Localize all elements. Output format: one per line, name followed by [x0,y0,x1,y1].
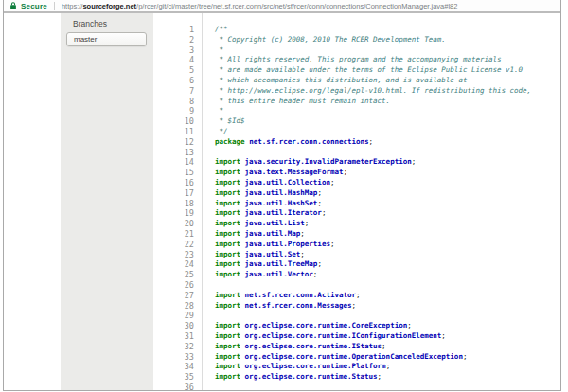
code-text [202,148,215,158]
code-text: import java.util.Collection; [202,178,334,188]
code-text: import java.util.HashSet; [202,199,322,209]
code-line: 8 * this entire header must remain intac… [153,97,560,107]
line-number[interactable]: 13 [153,148,202,158]
code-line: 18import java.util.HashSet; [153,199,560,209]
line-number[interactable]: 35 [153,372,202,383]
code-line: 30import org.eclipse.core.runtime.CoreEx… [153,321,560,331]
code-line: 22import java.util.Properties; [153,240,560,250]
line-number[interactable]: 26 [153,280,202,291]
code-text: import org.eclipse.core.runtime.IConfigu… [202,331,446,342]
browser-window: Secure https://sourceforge.net/p/rcer/gi… [3,0,561,391]
code-line: 31import org.eclipse.core.runtime.IConfi… [153,331,560,342]
line-number[interactable]: 36 [153,383,202,390]
line-number[interactable]: 22 [153,240,202,250]
line-number[interactable]: 24 [153,259,202,270]
line-number[interactable]: 30 [153,321,202,331]
code-line: 16import java.util.Collection; [153,178,560,188]
code-line: 14import java.security.InvalidParameterE… [153,157,560,168]
code-text [202,311,215,321]
page-body: Branches master 1/**2 * Copyright (c) 20… [4,13,560,390]
line-number[interactable]: 14 [153,157,202,168]
line-number[interactable]: 21 [153,229,202,240]
code-text: /** [202,25,228,35]
code-line: 32import org.eclipse.core.runtime.IStatu… [153,342,560,352]
url-text[interactable]: https://sourceforge.net/p/rcer/git/ci/ma… [62,2,458,10]
code-line: 15import java.text.MessageFormat; [153,168,560,178]
branch-button-master[interactable]: master [66,32,147,46]
code-line: 20import java.util.List; [153,219,560,229]
code-line: 26 [153,280,560,291]
line-number[interactable]: 32 [153,342,202,352]
secure-label[interactable]: Secure [21,2,47,10]
line-number[interactable]: 7 [153,86,202,97]
code-text: import org.eclipse.core.runtime.Platform… [202,362,390,372]
code-line: 2 * Copyright (c) 2008, 2010 The RCER De… [153,35,560,45]
line-number[interactable]: 4 [153,55,202,65]
code-line: 29 [153,311,560,321]
code-line: 28import net.sf.rcer.conn.Messages; [153,301,560,312]
code-text: import java.util.Properties; [202,240,334,250]
code-line: 3 * [153,45,560,56]
line-number[interactable]: 18 [153,199,202,209]
line-number[interactable]: 2 [153,35,202,45]
line-number[interactable]: 28 [153,301,202,312]
code-text: import org.eclipse.core.runtime.Status; [202,372,382,383]
code-line: 9 * [153,106,560,116]
line-number[interactable]: 27 [153,291,202,301]
code-line: 35import org.eclipse.core.runtime.Status… [153,372,560,383]
code-line: 24import java.util.TreeMap; [153,259,560,270]
line-number[interactable]: 33 [153,352,202,363]
line-number[interactable]: 10 [153,116,202,127]
code-text: * http://www.eclipse.org/legal/epl-v10.h… [202,86,531,97]
line-number[interactable]: 5 [153,65,202,76]
code-text: * are made available under the terms of … [202,65,523,76]
url-scheme: https:// [62,2,83,10]
line-number[interactable]: 6 [153,76,202,86]
code-text: * $Id$ [202,116,245,127]
code-text: * Copyright (c) 2008, 2010 The RCER Deve… [202,35,446,45]
line-number[interactable]: 1 [153,25,202,35]
code-text: import java.util.HashMap; [202,188,322,199]
line-number[interactable]: 23 [153,250,202,260]
code-text: import org.eclipse.core.runtime.IStatus; [202,342,386,352]
code-viewer: 1/**2 * Copyright (c) 2008, 2010 The RCE… [153,13,560,390]
line-number[interactable]: 9 [153,106,202,116]
line-number[interactable]: 20 [153,219,202,229]
line-number[interactable]: 17 [153,188,202,199]
line-number[interactable]: 31 [153,331,202,342]
code-text: import java.text.MessageFormat; [202,168,347,178]
code-text: import java.security.InvalidParameterExc… [202,157,416,168]
line-number[interactable]: 11 [153,127,202,137]
code-text: import java.util.List; [202,219,309,229]
code-line: 21import java.util.Map; [153,229,560,240]
code-text: import java.util.Iterator; [202,208,326,219]
branches-heading: Branches [73,19,153,28]
url-domain: sourceforge.net [82,2,136,10]
code-line: 13 [153,148,560,158]
line-number[interactable]: 8 [153,97,202,107]
line-number[interactable]: 29 [153,311,202,321]
address-bar[interactable]: Secure https://sourceforge.net/p/rcer/gi… [4,0,560,13]
code-text: * All rights reserved. This program and … [202,55,502,65]
code-line: 5 * are made available under the terms o… [153,65,560,76]
code-text: package net.sf.rcer.conn.connections; [202,137,373,148]
line-number[interactable]: 25 [153,270,202,280]
code-line: 7 * http://www.eclipse.org/legal/epl-v10… [153,86,560,97]
code-line: 1/** [153,25,560,35]
code-line: 34import org.eclipse.core.runtime.Platfo… [153,362,560,372]
code-text: */ [202,127,228,137]
code-text: * this entire header must remain intact. [202,97,390,107]
padlock-icon [9,1,17,10]
code-lines: 1/**2 * Copyright (c) 2008, 2010 The RCE… [153,25,560,390]
url-path: /p/rcer/git/ci/master/tree/net.sf.rcer.c… [136,2,457,10]
code-line: 19import java.util.Iterator; [153,208,560,219]
code-line: 23import java.util.Set; [153,250,560,260]
code-text: import net.sf.rcer.conn.Activator; [202,291,361,301]
line-number[interactable]: 34 [153,362,202,372]
line-number[interactable]: 19 [153,208,202,219]
line-number[interactable]: 16 [153,178,202,188]
line-number[interactable]: 12 [153,137,202,148]
line-number[interactable]: 3 [153,45,202,56]
left-margin [4,13,61,390]
line-number[interactable]: 15 [153,168,202,178]
